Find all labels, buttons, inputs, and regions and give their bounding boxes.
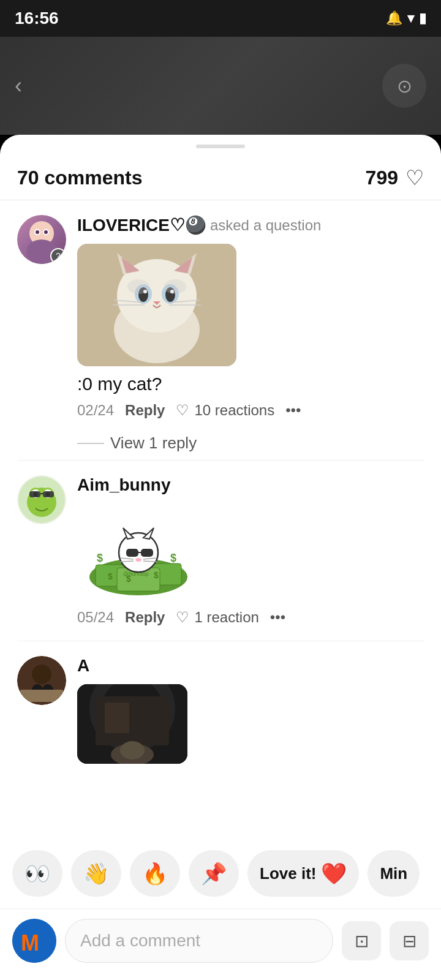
svg-point-62 bbox=[32, 665, 51, 684]
fire-emoji: 🔥 bbox=[142, 861, 168, 886]
battery-icon: ▮ bbox=[419, 10, 426, 26]
reply-button-2[interactable]: Reply bbox=[125, 609, 165, 626]
svg-rect-48 bbox=[141, 549, 153, 557]
sticker-container[interactable]: $ $ $ bbox=[77, 503, 200, 601]
svg-text:@bunntop: @bunntop bbox=[123, 571, 149, 577]
replies-line bbox=[77, 443, 104, 444]
wifi-icon: ▾ bbox=[407, 10, 414, 26]
comment-input-bar: M Add a comment ⊡ ⊟ bbox=[0, 908, 441, 980]
svg-line-52 bbox=[120, 561, 134, 562]
more-button-2[interactable]: ••• bbox=[270, 609, 285, 626]
svg-rect-47 bbox=[126, 549, 138, 557]
heart-reaction-icon-2: ♡ bbox=[176, 609, 189, 626]
comment-item-2: Aim_bunny $ $ $ bbox=[0, 461, 441, 641]
avatar-badge: ? bbox=[50, 248, 66, 264]
pin-emoji: 📌 bbox=[201, 861, 227, 886]
svg-point-50 bbox=[135, 558, 141, 562]
eyes-emoji: 👀 bbox=[24, 861, 50, 886]
svg-line-54 bbox=[143, 561, 157, 562]
comment-date-1: 02/24 bbox=[77, 402, 114, 419]
sticker-button[interactable]: ⊡ bbox=[342, 921, 381, 960]
svg-point-68 bbox=[120, 741, 145, 760]
partial-image[interactable] bbox=[77, 684, 187, 764]
svg-text:$: $ bbox=[154, 570, 159, 580]
min-label: Min bbox=[380, 864, 407, 883]
reaction-bar: 👀 👋 🔥 📌 Love it! ❤️ Min bbox=[0, 840, 441, 907]
cat-image[interactable] bbox=[77, 244, 236, 366]
comment-content-1: ILOVERICE♡🎱 asked a question bbox=[77, 215, 424, 419]
comment-item-3: A bbox=[0, 641, 441, 778]
top-image-area: ‹ ⊙ bbox=[0, 37, 441, 135]
likes-count: 799 bbox=[366, 167, 398, 189]
handle-bar bbox=[196, 145, 245, 148]
comment-username-2: Aim_bunny bbox=[77, 475, 424, 495]
reactions-count-2: 1 reaction bbox=[194, 609, 258, 626]
status-time: 16:56 bbox=[15, 9, 59, 28]
comments-header: 70 comments 799 ♡ bbox=[0, 153, 441, 200]
svg-text:$: $ bbox=[108, 571, 113, 581]
heart-icon[interactable]: ♡ bbox=[405, 165, 424, 190]
user-avatar: M bbox=[12, 919, 56, 963]
avatar-iloverice[interactable]: ? bbox=[17, 215, 66, 264]
comment-content-2: Aim_bunny $ $ $ bbox=[77, 475, 424, 626]
svg-point-5 bbox=[44, 230, 48, 234]
notification-icon: 🔔 bbox=[386, 10, 402, 26]
top-image-overlay bbox=[0, 37, 441, 135]
avatar-aim-bunny[interactable] bbox=[17, 475, 66, 524]
wave-emoji: 👋 bbox=[83, 861, 109, 886]
comment-meta-1: 02/24 Reply ♡ 10 reactions ••• bbox=[77, 402, 424, 419]
status-bar: 16:56 🔔 ▾ ▮ bbox=[0, 0, 441, 37]
svg-point-24 bbox=[127, 279, 149, 294]
loveit-label: Love it! bbox=[260, 864, 316, 883]
comments-count: 70 comments bbox=[17, 167, 143, 189]
heart-reaction-icon: ♡ bbox=[176, 402, 189, 419]
avatar-a[interactable] bbox=[17, 656, 66, 705]
reactions-button-1[interactable]: ♡ 10 reactions bbox=[176, 402, 274, 419]
image-button[interactable]: ⊟ bbox=[390, 921, 429, 960]
svg-point-25 bbox=[164, 279, 186, 294]
image-icon: ⊟ bbox=[402, 931, 417, 951]
svg-rect-34 bbox=[29, 491, 40, 497]
comment-placeholder: Add a comment bbox=[80, 931, 200, 951]
comment-content-3: A bbox=[77, 656, 424, 764]
more-button-1[interactable]: ••• bbox=[285, 402, 301, 419]
svg-text:M: M bbox=[21, 930, 39, 956]
sheet-handle bbox=[0, 135, 441, 153]
reactions-count-1: 10 reactions bbox=[194, 402, 274, 419]
reaction-eyes[interactable]: 👀 bbox=[12, 850, 62, 897]
comment-username-3: A bbox=[77, 656, 424, 676]
reaction-fire[interactable]: 🔥 bbox=[130, 850, 180, 897]
view-replies-button[interactable]: View 1 reply bbox=[110, 434, 197, 453]
status-icons: 🔔 ▾ ▮ bbox=[386, 10, 426, 26]
reply-button-1[interactable]: Reply bbox=[125, 402, 165, 419]
reaction-min[interactable]: Min bbox=[368, 850, 420, 897]
likes-section[interactable]: 799 ♡ bbox=[366, 165, 424, 190]
reaction-wave[interactable]: 👋 bbox=[71, 850, 121, 897]
comment-date-2: 05/24 bbox=[77, 609, 114, 626]
svg-text:$: $ bbox=[170, 552, 176, 564]
reaction-pin[interactable]: 📌 bbox=[189, 850, 239, 897]
comment-text-1: :0 my cat? bbox=[77, 374, 424, 394]
svg-rect-61 bbox=[20, 690, 63, 702]
comment-item-1: ? ILOVERICE♡🎱 asked a question bbox=[0, 200, 441, 434]
comment-meta-2: 05/24 Reply ♡ 1 reaction ••• bbox=[77, 609, 424, 626]
asked-label: asked a question bbox=[210, 217, 321, 234]
view-replies-1: View 1 reply bbox=[60, 434, 441, 453]
svg-rect-35 bbox=[43, 491, 54, 497]
reactions-button-2[interactable]: ♡ 1 reaction bbox=[176, 609, 258, 626]
loveit-emoji: ❤️ bbox=[321, 861, 347, 886]
svg-rect-66 bbox=[105, 703, 129, 733]
svg-text:$: $ bbox=[97, 552, 103, 564]
svg-point-4 bbox=[36, 230, 39, 234]
comment-username-1: ILOVERICE♡🎱 asked a question bbox=[77, 215, 424, 235]
comment-field[interactable]: Add a comment bbox=[65, 919, 333, 963]
sticker-icon: ⊡ bbox=[355, 931, 369, 951]
reaction-loveit[interactable]: Love it! ❤️ bbox=[247, 850, 359, 897]
